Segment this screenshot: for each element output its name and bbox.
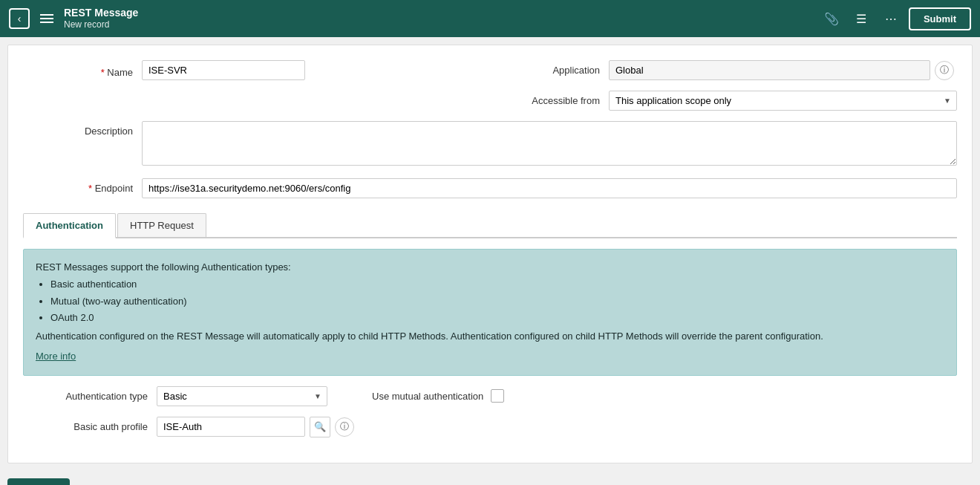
basic-auth-profile-label: Basic auth profile: [23, 421, 157, 432]
auth-type-field: Basic Mutual OAuth 2.0 None ▼: [157, 386, 327, 406]
topbar: ‹ REST Message New record 📎 ☰ ⋯ Submit: [0, 0, 980, 37]
auth-type-select-wrapper: Basic Mutual OAuth 2.0 None ▼: [157, 386, 327, 406]
application-field: ⓘ: [609, 60, 957, 80]
mutual-auth-label: Use mutual authentication: [372, 391, 483, 402]
more-options-button[interactable]: ⋯: [879, 7, 903, 30]
tabs: Authentication HTTP Request: [23, 213, 957, 237]
basic-auth-profile-info-icon: ⓘ: [340, 420, 349, 433]
menu-line-1: [40, 14, 53, 16]
attachment-icon: 📎: [824, 12, 839, 26]
basic-auth-profile-search-button[interactable]: 🔍: [310, 417, 330, 437]
accessible-from-pair: Accessible from This application scope o…: [490, 91, 957, 111]
description-textarea[interactable]: [142, 121, 957, 166]
application-input: [609, 60, 930, 80]
name-field: [142, 60, 490, 80]
info-box: REST Messages support the following Auth…: [23, 249, 957, 376]
info-box-bullet-2: Mutual (two-way authentication): [50, 294, 944, 310]
mutual-auth-section: Use mutual authentication: [372, 389, 504, 403]
application-info-button[interactable]: ⓘ: [935, 61, 954, 80]
tabs-container: Authentication HTTP Request: [23, 213, 957, 238]
description-field: [142, 121, 957, 168]
info-box-line2: Authentication configured on the REST Me…: [36, 329, 944, 345]
topbar-submit-button[interactable]: Submit: [909, 7, 971, 30]
attachment-button[interactable]: 📎: [820, 7, 843, 30]
topbar-actions: 📎 ☰ ⋯ Submit: [820, 7, 971, 30]
tab-authentication-content: REST Messages support the following Auth…: [23, 249, 957, 437]
description-label: Description: [23, 121, 142, 137]
accessible-from-field: This application scope only All applicat…: [609, 91, 957, 111]
accessible-from-row: Accessible from This application scope o…: [23, 91, 957, 111]
description-row: Description: [23, 121, 957, 168]
basic-auth-profile-info-button[interactable]: ⓘ: [335, 417, 354, 437]
search-icon: 🔍: [314, 421, 326, 432]
auth-type-select[interactable]: Basic Mutual OAuth 2.0 None: [157, 386, 327, 406]
page-title-sub: New record: [64, 19, 812, 31]
name-input[interactable]: [142, 60, 305, 80]
mutual-auth-checkbox[interactable]: [491, 389, 504, 403]
application-label: Application: [490, 65, 609, 76]
tab-authentication[interactable]: Authentication: [23, 213, 116, 238]
basic-auth-profile-row: Basic auth profile 🔍 ⓘ: [23, 417, 957, 437]
accessible-from-label: Accessible from: [490, 95, 609, 106]
basic-auth-profile-field: 🔍 ⓘ: [157, 417, 354, 437]
info-box-bullet-1: Basic authentication: [50, 277, 944, 293]
more-info-link[interactable]: More info: [36, 349, 76, 365]
page-title-block: REST Message New record: [64, 6, 812, 31]
info-box-bullet-3: OAuth 2.0: [50, 310, 944, 326]
application-pair: Application ⓘ: [490, 60, 957, 80]
settings-icon: ☰: [856, 12, 866, 26]
bottom-submit-button[interactable]: Submit: [7, 478, 70, 485]
more-icon: ⋯: [885, 12, 897, 26]
basic-auth-profile-input[interactable]: [157, 417, 305, 437]
info-box-list: Basic authentication Mutual (two-way aut…: [50, 277, 944, 326]
menu-line-3: [40, 22, 53, 23]
accessible-from-select-wrapper: This application scope only All applicat…: [609, 91, 957, 111]
settings-button[interactable]: ☰: [849, 7, 873, 30]
back-button[interactable]: ‹: [9, 8, 30, 29]
application-info-icon: ⓘ: [940, 64, 949, 77]
name-label: Name: [23, 62, 142, 78]
name-pair: Name: [23, 60, 490, 80]
auth-type-label: Authentication type: [23, 391, 157, 402]
endpoint-label: Endpoint: [23, 178, 142, 194]
endpoint-input[interactable]: [142, 178, 957, 198]
bottom-bar: Submit: [0, 471, 980, 485]
back-icon: ‹: [18, 13, 22, 25]
endpoint-row: Endpoint: [23, 178, 957, 198]
auth-type-row: Authentication type Basic Mutual OAuth 2…: [23, 386, 957, 406]
menu-line-2: [40, 18, 53, 19]
accessible-from-select[interactable]: This application scope only All applicat…: [609, 91, 957, 111]
endpoint-field: [142, 178, 957, 198]
name-application-row: Name Application ⓘ: [23, 60, 957, 80]
main-content: Name Application ⓘ Accessible from This: [7, 45, 973, 463]
hamburger-menu[interactable]: [37, 11, 56, 26]
page-title-main: REST Message: [64, 6, 812, 19]
info-box-line1: REST Messages support the following Auth…: [36, 260, 944, 276]
tab-http-request[interactable]: HTTP Request: [117, 213, 206, 237]
